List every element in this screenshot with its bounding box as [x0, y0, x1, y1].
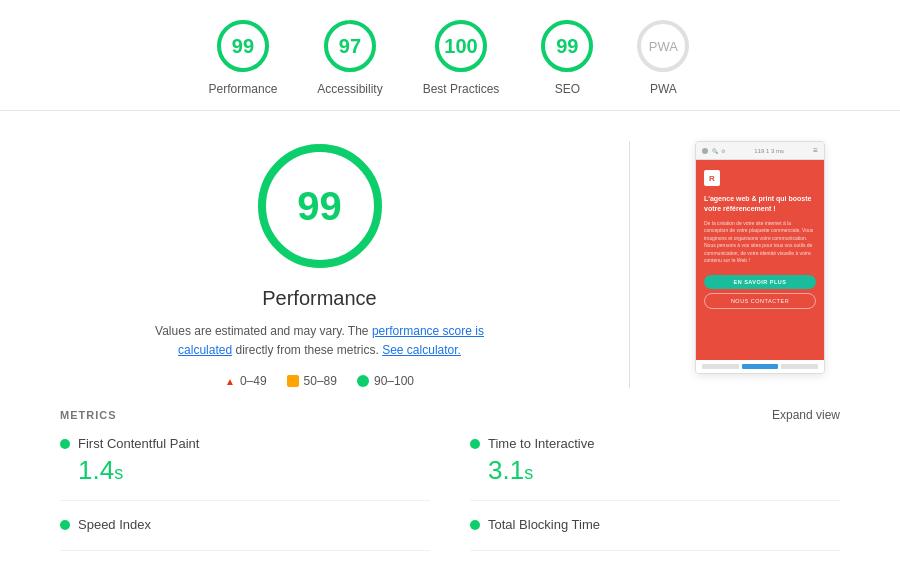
score-seo[interactable]: 99 SEO: [539, 18, 595, 96]
metric-fcp-value: 1.4s: [78, 455, 430, 486]
legend-green: 90–100: [357, 374, 414, 388]
phone-btn2: NOUS CONTACTER: [704, 293, 816, 309]
metric-tbt-label-row: Total Blocking Time: [470, 517, 840, 532]
phone-site-logo: R: [704, 170, 720, 186]
metric-tti-dot: [470, 439, 480, 449]
main-content: 99 Performance Values are estimated and …: [0, 111, 900, 408]
left-panel: 99 Performance Values are estimated and …: [60, 141, 579, 388]
score-value-pwa: PWA: [649, 39, 678, 54]
metric-tbt-dot: [470, 520, 480, 530]
big-score-circle: 99: [255, 141, 385, 271]
score-value-best-practices: 100: [444, 35, 477, 58]
metric-tti: Time to Interactive 3.1s: [470, 436, 840, 501]
score-label-performance: Performance: [209, 82, 278, 96]
score-accessibility[interactable]: 97 Accessibility: [317, 18, 382, 96]
metric-tti-label-row: Time to Interactive: [470, 436, 840, 451]
score-pwa[interactable]: PWA PWA: [635, 18, 691, 96]
score-label-accessibility: Accessibility: [317, 82, 382, 96]
right-panel: 🔍 ⚙ 119 1 3 ms ≡ R L'agence web & print …: [680, 141, 840, 388]
phone-heading: L'agence web & print qui booste votre ré…: [704, 194, 816, 214]
metrics-header: METRICS Expand view: [60, 408, 840, 422]
phone-topbar: 🔍 ⚙ 119 1 3 ms ≡: [696, 142, 824, 160]
phone-footer-block3: [781, 364, 818, 369]
phone-footer: [696, 360, 824, 373]
legend-red-label: 0–49: [240, 374, 267, 388]
phone-logo-dot: [702, 148, 708, 154]
phone-footer-block2: [742, 364, 779, 369]
score-circle-pwa: PWA: [635, 18, 691, 74]
scores-bar: 99 Performance 97 Accessibility 100 Best…: [0, 0, 900, 111]
phone-body: R L'agence web & print qui booste votre …: [696, 160, 824, 360]
metric-fcp: First Contentful Paint 1.4s: [60, 436, 430, 501]
metric-tbt-label: Total Blocking Time: [488, 517, 600, 532]
triangle-icon: ▲: [225, 376, 235, 387]
panel-divider: [629, 141, 630, 388]
perf-desc-text2: directly from these metrics.: [235, 343, 378, 357]
phone-screenshot: 🔍 ⚙ 119 1 3 ms ≡ R L'agence web & print …: [695, 141, 825, 374]
green-circle-icon: [357, 375, 369, 387]
legend-orange-label: 50–89: [304, 374, 337, 388]
score-label-best-practices: Best Practices: [423, 82, 500, 96]
metric-si: Speed Index: [60, 517, 430, 551]
phone-url: 119 1 3 ms: [728, 148, 810, 154]
phone-btn1: EN SAVOIR PLUS: [704, 275, 816, 289]
metric-fcp-label: First Contentful Paint: [78, 436, 199, 451]
metric-tti-value: 3.1s: [488, 455, 840, 486]
score-circle-best-practices: 100: [433, 18, 489, 74]
metric-tbt: Total Blocking Time: [470, 517, 840, 551]
score-value-accessibility: 97: [339, 35, 361, 58]
score-circle-performance: 99: [215, 18, 271, 74]
metric-fcp-unit: s: [114, 463, 123, 483]
metric-si-dot: [60, 520, 70, 530]
metric-tti-num: 3.1: [488, 455, 524, 485]
expand-view-button[interactable]: Expand view: [772, 408, 840, 422]
score-value-seo: 99: [556, 35, 578, 58]
score-circle-accessibility: 97: [322, 18, 378, 74]
score-label-seo: SEO: [555, 82, 580, 96]
metric-tti-unit: s: [524, 463, 533, 483]
metric-tti-label: Time to Interactive: [488, 436, 594, 451]
metrics-grid: First Contentful Paint 1.4s Time to Inte…: [60, 436, 840, 551]
orange-square-icon: [287, 375, 299, 387]
perf-desc-text1: Values are estimated and may vary. The: [155, 324, 368, 338]
perf-link2[interactable]: See calculator.: [382, 343, 461, 357]
legend-green-label: 90–100: [374, 374, 414, 388]
score-best-practices[interactable]: 100 Best Practices: [423, 18, 500, 96]
score-value-performance: 99: [232, 35, 254, 58]
perf-title: Performance: [262, 287, 377, 310]
metric-si-label: Speed Index: [78, 517, 151, 532]
metric-fcp-dot: [60, 439, 70, 449]
big-score-value: 99: [255, 141, 385, 271]
legend: ▲ 0–49 50–89 90–100: [225, 374, 414, 388]
legend-orange: 50–89: [287, 374, 337, 388]
legend-red: ▲ 0–49: [225, 374, 267, 388]
phone-menu-icon: ≡: [813, 146, 818, 155]
metric-fcp-label-row: First Contentful Paint: [60, 436, 430, 451]
phone-body-text: De la création de votre site internet à …: [704, 220, 816, 265]
metric-si-label-row: Speed Index: [60, 517, 430, 532]
metrics-section: METRICS Expand view First Contentful Pai…: [0, 408, 900, 563]
score-circle-seo: 99: [539, 18, 595, 74]
score-label-pwa: PWA: [650, 82, 677, 96]
score-performance[interactable]: 99 Performance: [209, 18, 278, 96]
metrics-title: METRICS: [60, 409, 117, 421]
phone-footer-block1: [702, 364, 739, 369]
perf-desc: Values are estimated and may vary. The p…: [150, 322, 490, 360]
metric-fcp-num: 1.4: [78, 455, 114, 485]
